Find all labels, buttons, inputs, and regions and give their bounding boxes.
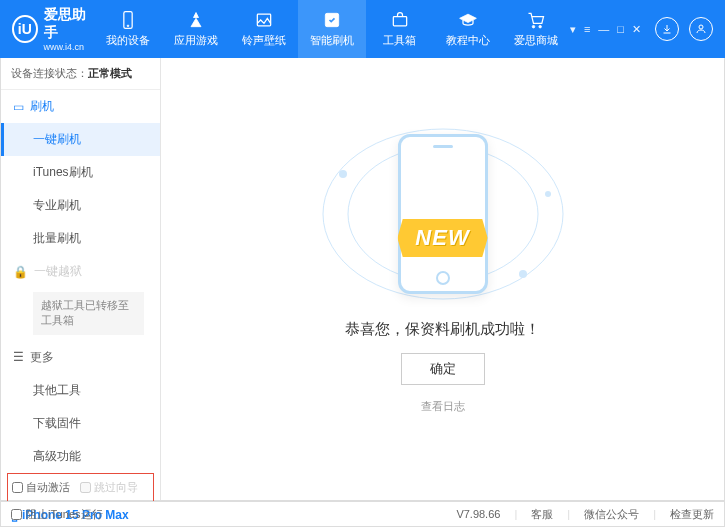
top-nav: 我的设备 应用游戏 铃声壁纸 智能刷机 工具箱 教程中心 — [94, 0, 570, 58]
app-title: 爱思助手 — [44, 6, 94, 42]
device-status: 设备连接状态：正常模式 — [1, 58, 160, 90]
section-jailbreak: 🔒 一键越狱 — [1, 255, 160, 288]
footer-link-wechat[interactable]: 微信公众号 — [584, 507, 639, 522]
graduation-icon — [458, 10, 478, 30]
nav-ringtones[interactable]: 铃声壁纸 — [230, 0, 298, 58]
nav-tutorials[interactable]: 教程中心 — [434, 0, 502, 58]
auto-activate-checkbox[interactable]: 自动激活 — [12, 480, 70, 495]
close-icon[interactable]: ✕ — [632, 23, 641, 36]
flash-icon — [322, 10, 342, 30]
success-illustration: NEW — [343, 124, 543, 304]
logo-area: iU 爱思助手 www.i4.cn — [12, 6, 94, 52]
nav-store[interactable]: 爱思商城 — [502, 0, 570, 58]
skip-guide-checkbox[interactable]: 跳过向导 — [80, 480, 138, 495]
maximize-icon[interactable]: □ — [617, 23, 624, 36]
svg-point-12 — [519, 270, 527, 278]
options-box: 自动激活 跳过向导 — [7, 473, 154, 502]
image-icon — [254, 10, 274, 30]
nav-label: 工具箱 — [383, 33, 416, 48]
app-header: iU 爱思助手 www.i4.cn 我的设备 应用游戏 铃声壁纸 智能刷机 — [0, 0, 725, 58]
section-flash[interactable]: ▭ 刷机 — [1, 90, 160, 123]
jailbreak-note: 越狱工具已转移至工具箱 — [33, 292, 144, 335]
sidebar-item-download-firmware[interactable]: 下载固件 — [1, 407, 160, 440]
apps-icon — [186, 10, 206, 30]
toolbox-icon — [390, 10, 410, 30]
section-more[interactable]: ☰ 更多 — [1, 341, 160, 374]
sidebar-item-batch-flash[interactable]: 批量刷机 — [1, 222, 160, 255]
window-controls: ▾ ≡ — □ ✕ — [570, 23, 641, 36]
svg-point-1 — [127, 25, 129, 27]
view-log-link[interactable]: 查看日志 — [421, 399, 465, 414]
nav-toolbox[interactable]: 工具箱 — [366, 0, 434, 58]
success-message: 恭喜您，保资料刷机成功啦！ — [345, 320, 540, 339]
svg-point-10 — [339, 170, 347, 178]
minimize-icon[interactable]: — — [598, 23, 609, 36]
download-button[interactable] — [655, 17, 679, 41]
svg-point-5 — [532, 25, 535, 27]
nav-label: 教程中心 — [446, 33, 490, 48]
version-label: V7.98.66 — [456, 508, 500, 520]
list-icon: ☰ — [13, 350, 24, 364]
menu-icon[interactable]: ▾ — [570, 23, 576, 36]
sidebar-item-advanced[interactable]: 高级功能 — [1, 440, 160, 473]
nav-label: 爱思商城 — [514, 33, 558, 48]
nav-apps-games[interactable]: 应用游戏 — [162, 0, 230, 58]
user-button[interactable] — [689, 17, 713, 41]
lock-icon: 🔒 — [13, 265, 28, 279]
logo-icon: iU — [12, 15, 38, 43]
sidebar-item-pro-flash[interactable]: 专业刷机 — [1, 189, 160, 222]
nav-smart-flash[interactable]: 智能刷机 — [298, 0, 366, 58]
list-icon[interactable]: ≡ — [584, 23, 590, 36]
main-content: NEW 恭喜您，保资料刷机成功啦！ 确定 查看日志 — [161, 58, 724, 500]
phone-icon: ▭ — [13, 100, 24, 114]
svg-point-11 — [545, 191, 551, 197]
device-icon — [118, 10, 138, 30]
cart-icon — [526, 10, 546, 30]
nav-my-device[interactable]: 我的设备 — [94, 0, 162, 58]
svg-point-7 — [699, 25, 703, 29]
block-itunes-checkbox[interactable]: 阻止iTunes运行 — [11, 507, 103, 522]
nav-label: 铃声壁纸 — [242, 33, 286, 48]
nav-label: 智能刷机 — [310, 33, 354, 48]
ok-button[interactable]: 确定 — [401, 353, 485, 385]
nav-label: 应用游戏 — [174, 33, 218, 48]
status-bar-footer: 阻止iTunes运行 V7.98.66 | 客服 | 微信公众号 | 检查更新 — [0, 501, 725, 527]
svg-rect-4 — [393, 17, 406, 26]
sidebar-item-oneclick-flash[interactable]: 一键刷机 — [1, 123, 160, 156]
sidebar: 设备连接状态：正常模式 ▭ 刷机 一键刷机 iTunes刷机 专业刷机 批量刷机… — [1, 58, 161, 500]
sidebar-item-itunes-flash[interactable]: iTunes刷机 — [1, 156, 160, 189]
app-subtitle: www.i4.cn — [44, 42, 94, 52]
sidebar-item-other-tools[interactable]: 其他工具 — [1, 374, 160, 407]
footer-link-update[interactable]: 检查更新 — [670, 507, 714, 522]
nav-label: 我的设备 — [106, 33, 150, 48]
footer-link-support[interactable]: 客服 — [531, 507, 553, 522]
svg-point-6 — [539, 25, 542, 27]
new-ribbon: NEW — [397, 219, 487, 257]
